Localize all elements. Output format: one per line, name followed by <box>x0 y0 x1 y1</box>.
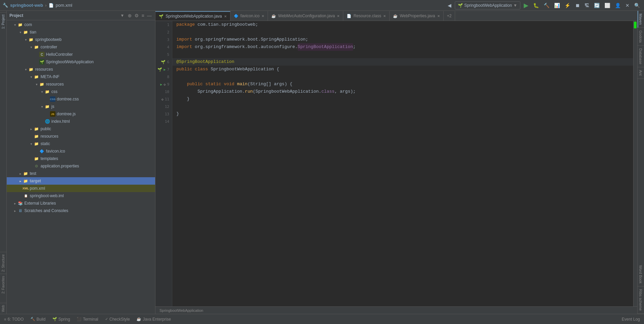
tab-springboot-web-app[interactable]: 🌱 SpringbootWebApplication.java ✕ <box>155 11 230 21</box>
title-bar: 🔧 springboot-web › 📄 pom.xml ◀ 🌱 Springb… <box>0 0 644 11</box>
minimize-button[interactable]: — <box>146 12 152 19</box>
scope-button[interactable]: ⊕ <box>127 12 132 19</box>
coverage-button[interactable]: 📊 <box>553 2 561 9</box>
gutter-10: 10 <box>155 88 172 95</box>
arrow-test: ▸ <box>18 171 23 176</box>
arrow-target: ▸ <box>18 178 23 184</box>
sidebar-item-web[interactable]: Web <box>0 303 6 314</box>
right-tab-maven[interactable]: Maven <box>638 11 644 28</box>
tree-item-public[interactable]: ▸ 📁 public <box>7 125 155 133</box>
arrow-resources: ▾ <box>23 67 28 72</box>
tree-item-domtree-js[interactable]: JS domtree.js <box>7 110 155 118</box>
tree-item-js[interactable]: ▾ 📁 js <box>7 103 155 110</box>
file-tree: ▾ 📁 com ▾ 📁 tian ▾ 📁 springbootweb <box>7 20 155 314</box>
tree-item-templates[interactable]: 📁 templates <box>7 155 155 162</box>
tree-item-resources[interactable]: ▾ 📁 resources <box>7 66 155 73</box>
build-button[interactable]: 🔨 <box>542 2 551 9</box>
tree-item-css[interactable]: ▾ 📁 css <box>7 88 155 95</box>
tab-webmvc[interactable]: ☕ WebMvcAutoConfiguration.java ✕ <box>268 11 343 21</box>
right-tab-word-book[interactable]: Word Book <box>638 262 644 286</box>
sidebar-item-project[interactable]: 1: Project <box>0 12 6 31</box>
right-tab-ribs[interactable]: Ribs scheme <box>638 286 644 314</box>
stop-button[interactable]: ⏹ <box>574 2 581 9</box>
search-everywhere-button[interactable]: 🔍 <box>633 2 641 9</box>
run-config-selector[interactable]: 🌱 SpringbootWebApplication ▼ <box>455 1 520 9</box>
tree-item-target[interactable]: ▸ 📁 target <box>7 177 155 185</box>
arrow-props <box>28 163 34 169</box>
gear-button[interactable]: ⚙ <box>134 12 140 19</box>
tab-label-webprops: WebProperties.java <box>400 14 435 18</box>
profile-button[interactable]: ⚡ <box>563 2 572 9</box>
arrow-springbootweb: ▾ <box>23 37 28 42</box>
tree-item-hello-controller[interactable]: C HelloController <box>7 51 155 58</box>
bottom-btn-build[interactable]: 🔨 Build <box>29 316 47 322</box>
bottom-btn-java-enterprise[interactable]: ☕ Java Enterprise <box>135 316 172 322</box>
tree-item-resources3[interactable]: 📁 resources <box>7 133 155 140</box>
tree-item-meta-inf[interactable]: ▾ 📁 META-INF <box>7 73 155 80</box>
code-line-10: SpringApplication.run(SpringbootWebAppli… <box>172 88 633 95</box>
tree-item-test[interactable]: ▸ 📁 test <box>7 170 155 177</box>
tab-more[interactable]: +2 <box>444 11 455 21</box>
code-area[interactable]: package com.tian.springbootweb; import o… <box>172 21 633 306</box>
tree-item-favicon[interactable]: 🔷 favicon.ico <box>7 147 155 155</box>
avatar-button[interactable]: 👤 <box>614 2 622 9</box>
tab-resource[interactable]: 📄 Resource.class ✕ <box>343 11 390 21</box>
maximize-button[interactable]: ⬜ <box>603 2 612 9</box>
tree-item-domtree-css[interactable]: CSS domtree.css <box>7 95 155 103</box>
tab-close-webprops[interactable]: ✕ <box>437 14 440 18</box>
springboot-icon: 🌱 <box>39 59 45 65</box>
code-line-9: public static void main(String[] args) { <box>172 80 633 88</box>
tree-item-iml[interactable]: 📋 springboot-web.iml <box>7 192 155 200</box>
label-resources3: resources <box>41 134 58 139</box>
iml-icon: 📋 <box>23 193 28 199</box>
editor-content: 1 2 3 4 5 🌱 6 🌱 <box>155 21 637 306</box>
tree-item-resources2[interactable]: ▾ 📁 resources <box>7 80 155 88</box>
tree-item-external-libs[interactable]: ▸ 📚 External Libraries <box>7 200 155 207</box>
debug-button[interactable]: 🐛 <box>532 2 540 9</box>
bottom-btn-event-log[interactable]: Event Log <box>620 316 641 322</box>
expand-button[interactable]: ≡ <box>141 12 145 19</box>
build-label: Build <box>36 317 46 322</box>
tree-item-static[interactable]: ▾ 📁 static <box>7 140 155 147</box>
run-icon-7[interactable]: ▶ <box>164 68 166 71</box>
tree-item-index-html[interactable]: 🌐 index.html <box>7 118 155 125</box>
tab-close-webmvc[interactable]: ✕ <box>337 14 340 18</box>
bottom-btn-terminal[interactable]: ⬛ Terminal <box>75 316 99 322</box>
sync-button[interactable]: 🔄 <box>593 2 601 9</box>
tree-item-springboot-app[interactable]: 🌱 SpringbootWebApplication <box>7 58 155 66</box>
scratches-icon: 🖥 <box>18 208 23 213</box>
code-line-1: package com.tian.springbootweb; <box>172 21 633 28</box>
label-static: static <box>41 141 50 146</box>
sidebar-item-favorites[interactable]: 2: Favorites <box>0 274 6 296</box>
run-icon-9[interactable]: ▶ <box>160 83 162 86</box>
label-meta-inf: META-INF <box>41 74 59 79</box>
js-icon: JS <box>50 111 55 117</box>
gutter-7: 🌱 ▶ 7 <box>155 66 172 73</box>
tab-close-springboot[interactable]: ✕ <box>224 15 227 18</box>
bottom-btn-spring[interactable]: 🌱 Spring <box>51 316 72 322</box>
tree-item-scratches[interactable]: ▸ 🖥 Scratches and Consoles <box>7 207 155 214</box>
run-config-icon: 🌱 <box>458 3 463 8</box>
bottom-btn-todo[interactable]: ≡ 6: TODO <box>3 316 25 322</box>
tree-item-controller[interactable]: ▾ 📁 controller <box>7 43 155 51</box>
tab-favicon[interactable]: 🔷 favicon.ico ✕ <box>230 11 268 21</box>
gutter-14: 14 <box>155 118 172 125</box>
close-button[interactable]: ✕ <box>624 2 631 9</box>
right-tab-godota[interactable]: Godota <box>638 28 644 46</box>
build2-button[interactable]: 🏗 <box>583 2 591 9</box>
tree-item-com[interactable]: ▾ 📁 com <box>7 21 155 28</box>
right-tab-ant[interactable]: Ant <box>638 67 644 79</box>
tab-webprops[interactable]: ☕ WebProperties.java ✕ <box>390 11 444 21</box>
tab-close-favicon[interactable]: ✕ <box>262 14 264 18</box>
back-button[interactable]: ◀ <box>446 2 453 9</box>
run-button[interactable]: ▶ <box>522 1 530 10</box>
tree-item-app-props[interactable]: ⚙ application.properties <box>7 162 155 170</box>
bottom-btn-checkstyle[interactable]: ✓ CheckStyle <box>104 316 131 322</box>
tree-item-tian[interactable]: ▾ 📁 tian <box>7 28 155 36</box>
right-tab-database[interactable]: Database <box>638 46 644 67</box>
tab-close-resource[interactable]: ✕ <box>383 14 386 18</box>
bookmark-9: ◇ <box>164 83 166 86</box>
sidebar-item-structure[interactable]: 2: Structure <box>0 252 6 274</box>
tree-item-springbootweb[interactable]: ▾ 📁 springbootweb <box>7 36 155 43</box>
tree-item-pom-xml[interactable]: XML pom.xml <box>7 185 155 192</box>
